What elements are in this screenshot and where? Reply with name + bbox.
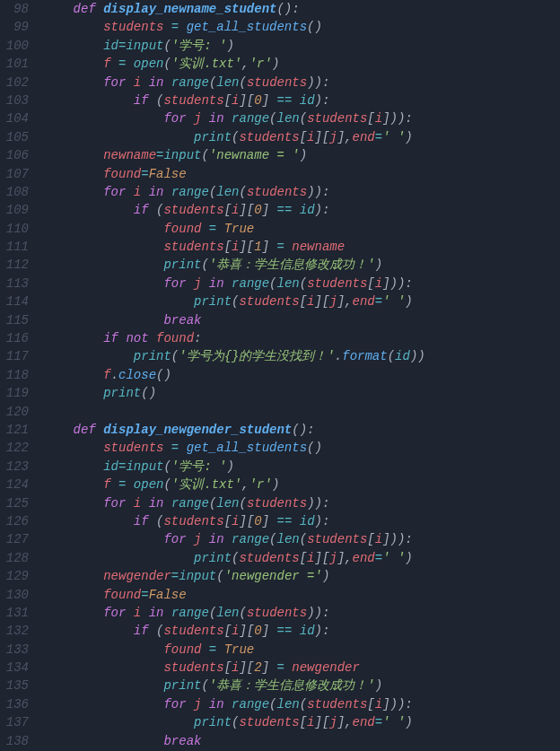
code-line[interactable]: if (students[i][0] == id): <box>43 512 560 530</box>
code-line[interactable]: for j in range(len(students[i])): <box>43 275 560 293</box>
code-line[interactable]: print('恭喜：学生信息修改成功！') <box>43 256 560 274</box>
token: break <box>163 313 201 327</box>
token: in <box>149 185 164 199</box>
code-line[interactable]: f = open('实训.txt','r') <box>43 476 560 493</box>
code-line[interactable]: for i in range(len(students)): <box>43 604 560 622</box>
token: ][ <box>239 660 254 675</box>
line-number: 133 <box>0 641 29 659</box>
token <box>201 642 208 657</box>
code-line[interactable]: print('恭喜：学生信息修改成功！') <box>43 677 560 694</box>
token: students <box>103 20 163 34</box>
token: )) <box>410 349 425 363</box>
code-line[interactable]: for j in range(len(students[i])): <box>43 695 560 713</box>
token <box>43 75 103 90</box>
code-line[interactable]: break <box>43 311 560 329</box>
code-line[interactable]: found = True <box>43 641 560 659</box>
token: id <box>300 93 315 108</box>
code-line[interactable] <box>43 403 560 421</box>
token: in <box>209 111 224 126</box>
token <box>43 331 103 345</box>
token: (): <box>276 2 299 16</box>
code-line[interactable]: f = open('实训.txt','r') <box>43 55 560 73</box>
code-line[interactable]: students = get_all_students() <box>43 18 560 36</box>
code-line[interactable]: if not found: <box>43 329 560 347</box>
code-line[interactable]: for i in range(len(students)): <box>43 494 560 512</box>
code-line[interactable]: for i in range(len(students)): <box>43 183 560 201</box>
token: ( <box>240 496 247 511</box>
line-number: 129 <box>0 567 29 585</box>
code-line[interactable]: print(students[i][j],end=' ') <box>43 713 560 731</box>
token <box>126 75 133 90</box>
token: ( <box>269 111 276 126</box>
code-line[interactable]: print('学号为{}的学生没找到！'.format(id)) <box>43 347 560 365</box>
token: == <box>277 514 293 528</box>
token: = <box>171 441 179 455</box>
token: ] <box>262 514 277 528</box>
code-line[interactable]: found=False <box>43 586 560 604</box>
code-line[interactable]: found = True <box>43 220 560 238</box>
line-number: 98 <box>0 0 29 18</box>
token: id <box>300 624 315 638</box>
token: students <box>239 294 299 309</box>
token: range <box>232 111 269 126</box>
token: = <box>375 551 382 565</box>
code-line[interactable]: if (students[i][0] == id): <box>43 622 560 640</box>
token <box>111 57 118 71</box>
code-line[interactable]: def display_newgender_student(): <box>43 421 560 439</box>
line-number: 118 <box>0 366 29 384</box>
code-line[interactable]: students = get_all_students() <box>43 439 560 457</box>
token: ( <box>149 93 164 108</box>
code-line[interactable]: found=False <box>43 165 560 183</box>
token: print <box>194 551 232 565</box>
token: students <box>247 496 307 511</box>
token: [ <box>224 240 232 254</box>
token <box>292 203 299 217</box>
code-editor[interactable]: 9899100101102103104105106107108109110111… <box>0 0 560 750</box>
code-line[interactable]: f.close() <box>43 366 560 384</box>
token: ( <box>149 514 164 528</box>
code-area[interactable]: def display_newname_student(): students … <box>43 0 560 750</box>
token: newname <box>292 240 345 254</box>
code-line[interactable]: id=input('学号: ') <box>43 37 560 55</box>
code-line[interactable]: for j in range(len(students[i])): <box>43 530 560 548</box>
code-line[interactable]: print(students[i][j],end=' ') <box>43 128 560 146</box>
token: id <box>103 39 118 53</box>
token: ] <box>262 240 277 254</box>
code-line[interactable]: students[i][2] = newgender <box>43 659 560 677</box>
token: students <box>307 532 367 546</box>
code-line[interactable]: print() <box>43 384 560 402</box>
code-line[interactable]: students[i][1] = newname <box>43 238 560 256</box>
token: students <box>247 75 307 90</box>
token: in <box>149 606 164 620</box>
token: [ <box>367 697 374 712</box>
token: len <box>277 276 300 291</box>
code-line[interactable]: print(students[i][j],end=' ') <box>43 549 560 567</box>
line-number: 102 <box>0 74 29 92</box>
code-line[interactable]: id=input('学号: ') <box>43 458 560 476</box>
code-line[interactable]: def display_newname_student(): <box>43 0 560 18</box>
code-line[interactable]: for i in range(len(students)): <box>43 74 560 92</box>
token <box>43 57 103 71</box>
token: input <box>163 148 201 162</box>
token: [ <box>224 203 232 217</box>
code-line[interactable]: break <box>43 732 560 750</box>
code-line[interactable]: newname=input('newname = ') <box>43 146 560 164</box>
token: range <box>232 532 269 546</box>
code-line[interactable]: for j in range(len(students[i])): <box>43 109 560 127</box>
code-line[interactable]: print(students[i][j],end=' ') <box>43 293 560 310</box>
token <box>216 642 223 657</box>
code-line[interactable]: newgender=input('newgender =') <box>43 567 560 585</box>
token: for <box>103 185 126 199</box>
line-number: 103 <box>0 92 29 109</box>
token: i <box>134 185 141 199</box>
token: found <box>156 331 194 345</box>
token <box>43 386 103 400</box>
code-line[interactable]: if (students[i][0] == id): <box>43 201 560 219</box>
token <box>149 331 156 345</box>
token: range <box>232 276 269 291</box>
line-number: 99 <box>0 18 29 36</box>
code-line[interactable]: if (students[i][0] == id): <box>43 92 560 109</box>
token <box>43 551 194 565</box>
line-number: 134 <box>0 659 29 677</box>
token: j <box>329 294 337 309</box>
